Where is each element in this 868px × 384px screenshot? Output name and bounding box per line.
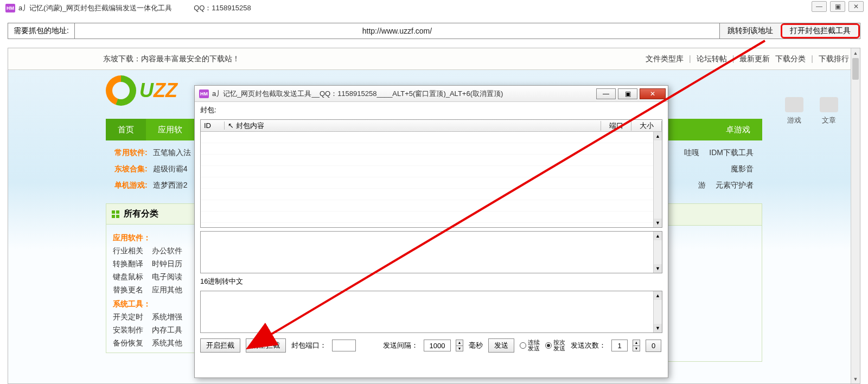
cat-link[interactable]: 内存工具 — [152, 325, 182, 335]
nav-tab-agames[interactable]: 卓游戏 — [714, 119, 762, 140]
goto-button[interactable]: 跳转到该地址 — [719, 23, 781, 39]
start-capture-button[interactable]: 开启拦截 — [200, 338, 240, 353]
quick-line-label: 常用软件: — [114, 148, 148, 158]
raw-text-area[interactable]: ▲▼ — [200, 231, 662, 273]
quick-link[interactable]: 五笔输入法 — [153, 148, 191, 158]
cat-link[interactable]: 安装制作 — [113, 325, 143, 335]
cat-link[interactable]: 应用其他 — [152, 285, 182, 295]
hex-text-area[interactable]: ▲▼ — [200, 291, 662, 333]
cat-link[interactable]: 备份恢复 — [113, 338, 143, 348]
quick-icon-game[interactable]: 游戏 — [785, 97, 803, 125]
cat-link[interactable]: 系统其他 — [152, 338, 182, 348]
quick-link[interactable]: 元素守护者 — [716, 181, 754, 190]
quick-icon-article[interactable]: 文章 — [820, 97, 838, 125]
quick-icons: 游戏 文章 — [785, 97, 838, 125]
interval-input[interactable] — [424, 340, 451, 351]
site-slogan: 东坡下载：内容最丰富最安全的下载站！ — [103, 54, 240, 64]
bottom-controls: 开启拦截 清空拦截 封包端口： 发送间隔： ▲▼ 毫秒 发送 连续发送 按次发送… — [200, 336, 662, 355]
cat-link[interactable]: 键盘鼠标 — [113, 272, 143, 282]
viewport-scrollbar[interactable]: ▲ ▼ — [851, 48, 860, 383]
all-categories-head: 所有分类 — [106, 203, 203, 225]
packet-tool-dialog: HM a丿记忆_网页封包截取发送工具__QQ：1158915258____ALT… — [194, 85, 668, 378]
scroll-thumb[interactable] — [852, 58, 859, 80]
zero-button[interactable]: 0 — [646, 340, 661, 352]
send-button[interactable]: 发送 — [488, 338, 514, 353]
main-window-titlebar: HM a丿记忆(鸿蒙)_网页封包拦截编辑发送一体化工具 QQ：115891525… — [0, 0, 868, 16]
dialog-minimize-button[interactable]: — — [596, 88, 616, 99]
count-input[interactable] — [611, 340, 628, 351]
port-label: 封包端口： — [291, 341, 327, 350]
site-top-banner: 东坡下载：内容最丰富最安全的下载站！ 文件类型库| 论坛转帖| 最新更新 下载分… — [8, 48, 860, 70]
maximize-button[interactable]: ▣ — [830, 1, 845, 12]
cat-link[interactable]: 系统增强 — [152, 312, 182, 322]
address-bar: 需要抓包的地址: 跳转到该地址 打开封包拦截工具 — [8, 23, 860, 39]
quick-link[interactable]: 造梦西游2 — [153, 181, 188, 190]
top-link[interactable]: 下载分类 — [775, 54, 806, 64]
radio-loop-send[interactable]: 连续发送 — [520, 340, 540, 351]
top-links: 文件类型库| 论坛转帖| 最新更新 下载分类| 下载排行 — [646, 54, 849, 64]
address-label: 需要抓包的地址: — [8, 23, 75, 39]
table-scrollbar[interactable]: ▲ ▼ — [653, 132, 662, 227]
cat-link[interactable]: 替换更名 — [113, 285, 143, 295]
quick-line-label: 东坡合集: — [114, 164, 148, 174]
scroll-up-icon[interactable]: ▲ — [851, 48, 860, 57]
nav-tab-app[interactable]: 应用软 — [146, 119, 194, 140]
scroll-up-icon[interactable]: ▲ — [654, 132, 662, 140]
top-link[interactable]: 最新更新 — [739, 54, 770, 64]
quick-link[interactable]: 魔影音 — [731, 164, 754, 174]
cat-link[interactable]: 行业相关 — [113, 246, 143, 256]
scroll-down-icon[interactable]: ▼ — [851, 374, 860, 383]
col-port[interactable]: 端口 — [601, 121, 631, 131]
packet-table[interactable]: ID ↖ 封包内容 端口 大小 ▲ ▼ — [200, 119, 662, 228]
cat-link[interactable]: 电子阅读 — [152, 272, 182, 282]
top-link[interactable]: 下载排行 — [819, 54, 849, 64]
site-logo[interactable]: UZZ — [106, 75, 177, 106]
ms-label: 毫秒 — [469, 341, 483, 350]
interval-spinner[interactable]: ▲▼ — [456, 340, 463, 351]
radio-count-send[interactable]: 按次发送 — [545, 340, 565, 351]
quick-link[interactable]: 超级街霸4 — [153, 164, 188, 174]
quick-link[interactable]: IDM下载工具 — [709, 148, 754, 158]
quick-link[interactable]: 游 — [698, 181, 706, 190]
app-icon: HM — [5, 4, 15, 12]
scroll-down-icon[interactable]: ▼ — [654, 219, 662, 227]
dialog-titlebar[interactable]: HM a丿记忆_网页封包截取发送工具__QQ：1158915258____ALT… — [195, 86, 668, 102]
interval-label: 发送间隔： — [383, 341, 418, 350]
col-content[interactable]: ↖ 封包内容 — [225, 121, 601, 131]
clear-capture-button[interactable]: 清空拦截 — [246, 338, 286, 353]
dialog-title: a丿记忆_网页封包截取发送工具__QQ：1158915258____ALT+5(… — [212, 89, 503, 99]
top-link[interactable]: 文件类型库 — [646, 54, 684, 64]
cat-group: 应用软件： — [113, 233, 196, 243]
logo-swirl-icon — [106, 75, 136, 106]
port-input[interactable] — [332, 340, 356, 351]
col-size[interactable]: 大小 — [631, 121, 662, 131]
open-tool-button[interactable]: 打开封包拦截工具 — [781, 23, 860, 39]
count-spinner[interactable]: ▲▼ — [633, 340, 640, 351]
app-icon: HM — [199, 89, 209, 98]
cursor-icon: ↖ — [228, 121, 234, 130]
table-body[interactable] — [201, 132, 653, 227]
minimize-button[interactable]: — — [812, 1, 827, 12]
col-id[interactable]: ID — [201, 121, 225, 130]
table-header: ID ↖ 封包内容 端口 大小 — [201, 120, 662, 132]
address-input[interactable] — [75, 23, 719, 39]
gamepad-icon — [785, 97, 803, 112]
hex-label: 16进制转中文 — [200, 277, 662, 286]
dialog-maximize-button[interactable]: ▣ — [618, 88, 637, 99]
cat-group: 系统工具： — [113, 299, 196, 309]
top-link[interactable]: 论坛转帖 — [697, 54, 727, 64]
quick-link[interactable]: 哇嘎 — [684, 148, 699, 158]
window-title: a丿记忆(鸿蒙)_网页封包拦截编辑发送一体化工具 — [18, 3, 172, 13]
cat-link[interactable]: 转换翻译 — [113, 259, 143, 269]
article-icon — [820, 97, 838, 112]
nav-tab-home[interactable]: 首页 — [106, 119, 146, 140]
left-category-column: 所有分类 应用软件： 行业相关 办公软件 转换翻译 时钟日历 键盘鼠标 电子阅读… — [106, 203, 203, 362]
window-qq: QQ：1158915258 — [194, 3, 251, 13]
close-button[interactable]: ✕ — [848, 1, 864, 12]
dialog-close-button[interactable]: ✕ — [640, 88, 666, 99]
cat-link[interactable]: 开关定时 — [113, 312, 143, 322]
packet-group-label: 封包: — [200, 105, 662, 115]
grid-icon — [112, 210, 119, 218]
cat-link[interactable]: 办公软件 — [152, 246, 182, 256]
cat-link[interactable]: 时钟日历 — [152, 259, 182, 269]
